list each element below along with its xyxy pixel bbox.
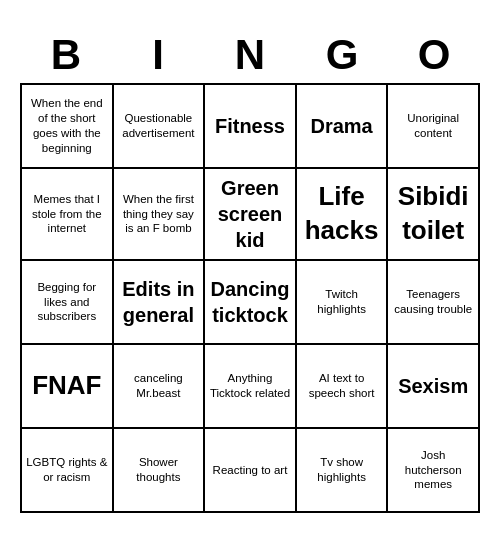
bingo-cell-r1-c1: When the first thing they say is an F bo… (114, 169, 206, 261)
bingo-card: BINGO When the end of the short goes wit… (10, 21, 490, 523)
bingo-letter-I: I (114, 31, 202, 79)
bingo-letter-B: B (22, 31, 110, 79)
bingo-cell-r3-c1: canceling Mr.beast (114, 345, 206, 429)
bingo-cell-r3-c3: AI text to speech short (297, 345, 389, 429)
bingo-cell-r0-c0: When the end of the short goes with the … (22, 85, 114, 169)
bingo-cell-r1-c2: Green screen kid (205, 169, 297, 261)
bingo-cell-r1-c0: Memes that I stole from the internet (22, 169, 114, 261)
bingo-cell-r1-c4: Sibidi toilet (388, 169, 480, 261)
bingo-cell-r4-c2: Reacting to art (205, 429, 297, 513)
bingo-letter-G: G (298, 31, 386, 79)
bingo-cell-r3-c0: FNAF (22, 345, 114, 429)
bingo-cell-r2-c3: Twitch highlights (297, 261, 389, 345)
bingo-cell-r0-c4: Unoriginal content (388, 85, 480, 169)
bingo-cell-r1-c3: Life hacks (297, 169, 389, 261)
bingo-cell-r4-c3: Tv show highlights (297, 429, 389, 513)
bingo-cell-r2-c2: Dancing ticktock (205, 261, 297, 345)
bingo-cell-r2-c4: Teenagers causing trouble (388, 261, 480, 345)
bingo-cell-r0-c1: Questionable advertisement (114, 85, 206, 169)
bingo-cell-r4-c4: Josh hutcherson memes (388, 429, 480, 513)
bingo-letter-N: N (206, 31, 294, 79)
bingo-cell-r2-c0: Begging for likes and subscribers (22, 261, 114, 345)
bingo-grid: When the end of the short goes with the … (20, 83, 480, 513)
bingo-cell-r2-c1: Edits in general (114, 261, 206, 345)
bingo-cell-r0-c3: Drama (297, 85, 389, 169)
bingo-cell-r0-c2: Fitness (205, 85, 297, 169)
bingo-letter-O: O (390, 31, 478, 79)
bingo-cell-r3-c2: Anything Ticktock related (205, 345, 297, 429)
bingo-cell-r3-c4: Sexism (388, 345, 480, 429)
bingo-title: BINGO (20, 31, 480, 79)
bingo-cell-r4-c0: LGBTQ rights & or racism (22, 429, 114, 513)
bingo-cell-r4-c1: Shower thoughts (114, 429, 206, 513)
